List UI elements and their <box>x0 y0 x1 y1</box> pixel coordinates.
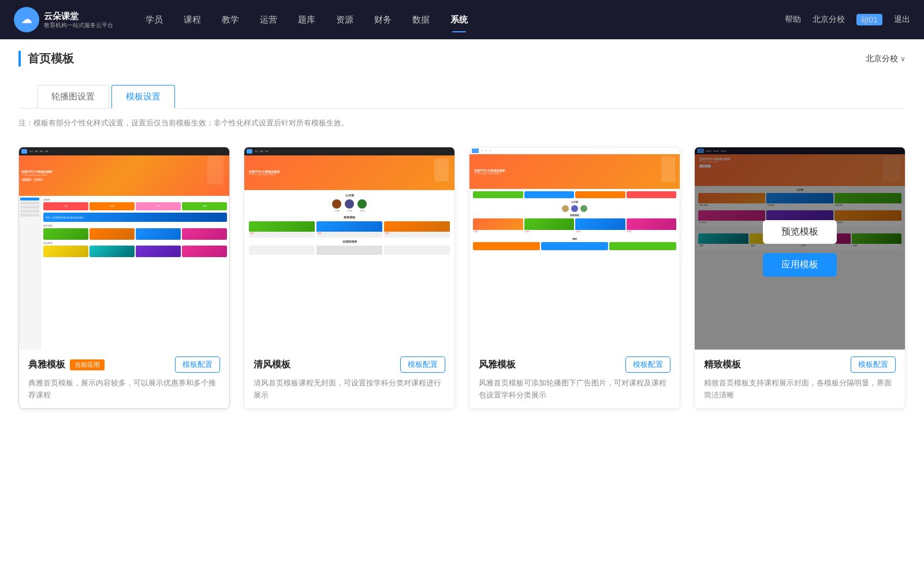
logo-text: 云朵课堂 教育机构一站式服务云平台 <box>44 10 113 29</box>
nav-item-students[interactable]: 学员 <box>136 10 172 30</box>
template-card-fengya: 托福TP01-54真题及解析 TP 英语·口语效果·成绩好·技能提升 公开课 <box>469 147 680 409</box>
template-desc-fengya: 风雅首页模板可添加轮播图下广告图片，可对课程及课程包设置学科分类展示 <box>479 377 670 402</box>
nav-item-questions[interactable]: 题库 <box>289 10 325 30</box>
template-name-jingzhi: 精致模板 <box>704 359 741 371</box>
config-button-fengya[interactable]: 模板配置 <box>625 356 670 373</box>
tab-carousel[interactable]: 轮播图设置 <box>37 85 109 108</box>
chevron-down-icon: ∨ <box>900 55 906 63</box>
school-selector[interactable]: 北京分校 ∨ <box>866 54 906 64</box>
config-button-classic[interactable]: 模板配置 <box>175 356 220 373</box>
template-info-classic: 典雅模板 当前应用 模板配置 典雅首页模板，展示内容较多，可以展示优惠券和多个推… <box>19 350 229 408</box>
template-card-classic: 学员 课程 教学 系统 托福TP01-54真题及解析 TP 英语·口语效果·成绩… <box>18 147 230 409</box>
navbar-right: 帮助 北京分校 lijt01 退出 <box>785 14 910 25</box>
mini-nav: 学员 课程 教学 系统 <box>19 147 229 155</box>
tabs: 轮播图设置 模板设置 <box>37 85 887 108</box>
logo[interactable]: ☁ 云朵课堂 教育机构一站式服务云平台 <box>14 7 113 32</box>
nav-menu: 学员 课程 教学 运营 题库 资源 财务 数据 系统 <box>136 10 785 30</box>
nav-item-resources[interactable]: 资源 <box>327 10 363 30</box>
logo-icon: ☁ <box>14 7 39 32</box>
template-info-fengya: 风雅模板 模板配置 风雅首页模板可添加轮播图下广告图片，可对课程及课程包设置学科… <box>470 350 680 408</box>
tab-template[interactable]: 模板设置 <box>111 85 175 108</box>
mini-hero-classic: 托福TP01-54真题及解析 TP 英语·口语效果·成绩好·技能提升 立即报名 … <box>19 155 229 196</box>
badge-current-classic: 当前应用 <box>70 359 105 370</box>
nav-item-teaching[interactable]: 教学 <box>213 10 248 30</box>
template-desc-jingzhi: 精致首页模板支持课程展示封面，各模板分隔明显，界面简洁清晰 <box>704 377 896 402</box>
config-button-qingfeng[interactable]: 模板配置 <box>400 356 445 373</box>
template-preview-qingfeng: 学员 课程 教学 托福TP01-54真题及解析 TP 英语·口语效果·成绩好·技… <box>244 147 454 350</box>
school-link[interactable]: 北京分校 <box>813 14 845 25</box>
templates-grid: 学员 课程 教学 系统 托福TP01-54真题及解析 TP 英语·口语效果·成绩… <box>0 133 924 432</box>
mini-logo <box>21 149 27 154</box>
user-badge[interactable]: lijt01 <box>856 14 882 25</box>
nav-item-courses[interactable]: 课程 <box>174 10 210 30</box>
help-link[interactable]: 帮助 <box>785 14 801 25</box>
template-name-qingfeng: 清风模板 <box>254 359 290 371</box>
template-desc-qingfeng: 清风首页模板课程无封面，可设置按学科分类对课程进行展示 <box>254 377 445 402</box>
note-bar: 注：模板有部分个性化样式设置，设置后仅当前模板生效；非个性化样式设置后针对所有模… <box>0 109 924 133</box>
page-title: 首页模板 <box>18 51 74 66</box>
template-info-qingfeng: 清风模板 模板配置 清风首页模板课程无封面，可设置按学科分类对课程进行展示 <box>244 350 454 408</box>
nav-item-finance[interactable]: 财务 <box>365 10 401 30</box>
template-desc-classic: 典雅首页模板，展示内容较多，可以展示优惠券和多个推荐课程 <box>28 377 220 402</box>
nav-item-data[interactable]: 数据 <box>403 10 439 30</box>
template-preview-jingzhi: 托福TP01-54真题及解析 TP 英语·口语效果·成绩好 立即报名 公开课 P… <box>695 147 905 350</box>
template-overlay-jingzhi: 预览模板 应用模板 <box>695 147 905 350</box>
template-card-jingzhi: 托福TP01-54真题及解析 TP 英语·口语效果·成绩好 立即报名 公开课 P… <box>694 147 906 409</box>
template-card-qingfeng: 学员 课程 教学 托福TP01-54真题及解析 TP 英语·口语效果·成绩好·技… <box>244 147 455 409</box>
logout-link[interactable]: 退出 <box>894 14 910 25</box>
page-container: 首页模板 北京分校 ∨ 轮播图设置 模板设置 注：模板有部分个性化样式设置，设置… <box>0 39 924 572</box>
nav-item-system[interactable]: 系统 <box>441 10 477 30</box>
template-info-jingzhi: 精致模板 模板配置 精致首页模板支持课程展示封面，各模板分隔明显，界面简洁清晰 <box>695 350 905 408</box>
nav-item-operations[interactable]: 运营 <box>251 10 286 30</box>
template-preview-classic: 学员 课程 教学 系统 托福TP01-54真题及解析 TP 英语·口语效果·成绩… <box>19 147 229 350</box>
template-preview-fengya: 托福TP01-54真题及解析 TP 英语·口语效果·成绩好·技能提升 公开课 <box>470 147 680 350</box>
preview-button-jingzhi[interactable]: 预览模板 <box>763 220 837 244</box>
template-name-classic: 典雅模板 <box>28 359 65 371</box>
template-name-fengya: 风雅模板 <box>479 359 516 371</box>
page-header: 首页模板 北京分校 ∨ <box>0 39 924 66</box>
apply-button-jingzhi[interactable]: 应用模板 <box>763 253 837 277</box>
mini-nav-items: 学员 课程 教学 系统 <box>29 150 49 153</box>
config-button-jingzhi[interactable]: 模板配置 <box>851 356 896 373</box>
navbar: ☁ 云朵课堂 教育机构一站式服务云平台 学员 课程 教学 运营 题库 资源 财务… <box>0 0 924 39</box>
tabs-container: 轮播图设置 模板设置 <box>18 76 906 109</box>
